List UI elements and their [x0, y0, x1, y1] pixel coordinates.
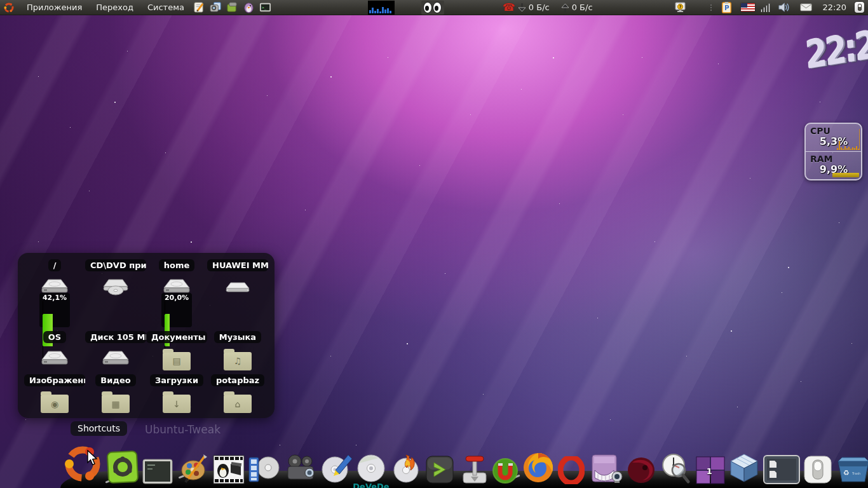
dock-clock-magnifier[interactable] [660, 452, 693, 484]
dock-firefox[interactable] [522, 451, 555, 484]
cpu-label: CPU [810, 126, 857, 136]
gedit-icon[interactable] [193, 1, 206, 14]
eye-icon [423, 2, 432, 13]
monitor-question-icon[interactable]: ? [674, 1, 687, 14]
drawer-item-downloads[interactable]: Загрузки ↓ [146, 373, 207, 414]
drawer-item-music[interactable]: Музыка ♫ [207, 330, 268, 371]
ubuntu-menu-icon[interactable] [3, 2, 15, 13]
dock-joystick[interactable] [461, 455, 489, 484]
desktop-screen: Приложения Переход Система [0, 0, 868, 488]
dock-virtualbox[interactable] [728, 452, 760, 484]
menu-places[interactable]: Переход [89, 0, 140, 15]
dock-video-editor-penguin[interactable] [213, 455, 245, 484]
eyes-applet[interactable] [421, 1, 444, 15]
hard-disk-icon [101, 348, 130, 370]
dock-trash-bin[interactable]: ♻ Trash [836, 454, 868, 484]
menu-applications[interactable]: Приложения [20, 0, 89, 15]
dock-movie-projector[interactable] [284, 454, 317, 484]
svg-text:Trash: Trash [851, 471, 860, 475]
dock-devede[interactable]: DeVeDe [355, 454, 387, 484]
top-panel: Приложения Переход Система [0, 0, 868, 15]
dock-utorrent[interactable] [492, 458, 519, 484]
volume-icon[interactable] [778, 1, 790, 14]
shortcuts-drawer-popup: / 42,1% CD\DVD прив home [18, 253, 275, 418]
dock-cheese-webcam[interactable] [591, 454, 623, 484]
folder-downloads-icon: ↓ [163, 391, 191, 413]
menu-system[interactable]: Система [140, 0, 191, 15]
drawer-item-huawei[interactable]: HUAWEI MMC [207, 258, 268, 329]
optical-drive-icon [101, 276, 130, 298]
ram-usage-bar [832, 173, 859, 177]
workspace-number: 1 [707, 466, 712, 475]
download-arrow-icon [518, 3, 526, 12]
drawer-item-cddvd[interactable]: CD\DVD прив [85, 258, 146, 329]
disk-usage-badge: 42,1% [39, 293, 70, 327]
drawer-item-pictures[interactable]: Изображения ◉ [24, 373, 85, 414]
dock-disc-authoring-pen[interactable] [320, 454, 352, 484]
keyboard-layout-us-flag-icon[interactable] [741, 3, 755, 11]
upload-arrow-icon [561, 3, 569, 12]
network-speed-applet[interactable]: ☎ 0 Б/с 0 Б/с [503, 3, 593, 13]
dock-paint-palette[interactable] [179, 452, 210, 484]
svg-text:P: P [724, 4, 729, 11]
pidgin-icon[interactable] [243, 1, 255, 14]
drawer-item-disk105[interactable]: Диск 105 MB [85, 330, 146, 371]
folder-documents-icon: ▤ [163, 348, 191, 370]
devede-label: DeVeDe [353, 482, 389, 488]
drawer-item-documents[interactable]: Документы ▤ [146, 330, 207, 371]
drawer-item-root[interactable]: / 42,1% [24, 258, 85, 329]
dock-terminal[interactable] [142, 459, 173, 484]
system-monitor-applet[interactable] [368, 1, 395, 15]
ram-section: RAM 9,9% [806, 151, 861, 179]
dock-file-stacks-window[interactable] [763, 455, 800, 484]
panel-right: ? P 22:20 [672, 0, 868, 15]
folder-pictures-icon: ◉ [41, 391, 69, 413]
system-monitor-widget[interactable]: CPU 5,3% RAM 9,9% [804, 123, 862, 180]
drawer-item-home[interactable]: home 20,0% [146, 258, 207, 329]
dock-dvd-ripper[interactable] [248, 454, 281, 484]
dock-power-switch[interactable] [803, 455, 832, 484]
screenshot-tool-icon[interactable] [210, 1, 222, 14]
cpu-sparkline [837, 140, 859, 150]
folder-videos-icon: ▦ [102, 391, 130, 413]
ram-label: RAM [810, 154, 857, 164]
upload-speed: 0 Б/с [572, 3, 593, 12]
svg-text:?: ? [679, 4, 682, 10]
disk-usage-badge: 20,0% [161, 293, 192, 327]
cpu-section: CPU 5,3% [806, 124, 861, 151]
terminal-launcher-icon[interactable]: >_ [259, 1, 272, 14]
tray-grip-handle[interactable] [710, 4, 712, 11]
fading-tooltip: Ubuntu-Tweak [145, 423, 220, 436]
dock-tooltip: Shortcuts [71, 421, 127, 436]
desktop-clock-widget[interactable]: 22:20 [803, 11, 864, 95]
eye-icon [433, 2, 442, 13]
drawer-item-videos[interactable]: Видео ▦ [85, 373, 146, 414]
modem-phone-icon: ☎ [503, 3, 515, 13]
panel-clock[interactable]: 22:20 [820, 3, 849, 12]
drawer-item-potapbaz[interactable]: potapbaz ⌂ [207, 373, 268, 414]
mouse-cursor [86, 450, 99, 466]
dock: DeVeDe [62, 444, 868, 484]
folder-music-icon: ♫ [224, 348, 252, 370]
dock-dark-red-app[interactable] [626, 455, 656, 484]
clipboard-manager-icon[interactable]: P [721, 1, 733, 14]
session-power-button[interactable] [855, 2, 864, 13]
dock-media-player-arrow[interactable] [425, 455, 454, 484]
dock-ubuntu-tweak[interactable] [106, 450, 139, 484]
mail-envelope-icon[interactable] [800, 1, 813, 14]
signal-strength-icon[interactable] [761, 3, 770, 12]
svg-text:>_: >_ [262, 6, 267, 10]
dock-disc-burner-flame[interactable] [390, 454, 422, 484]
drawer-item-os[interactable]: OS [24, 330, 85, 371]
folder-home-icon: ⌂ [224, 391, 252, 413]
package-tool-icon[interactable] [226, 1, 239, 14]
removable-drive-icon [223, 276, 252, 298]
cpu-sparkline-axis [859, 129, 860, 150]
panel-left: Приложения Переход Система [0, 0, 593, 15]
dock-opera[interactable] [558, 456, 585, 484]
svg-text:♻: ♻ [843, 469, 850, 477]
dock-workspace-switcher[interactable]: 1 [696, 456, 725, 484]
hard-disk-icon [40, 348, 69, 370]
download-speed: 0 Б/с [529, 3, 550, 12]
